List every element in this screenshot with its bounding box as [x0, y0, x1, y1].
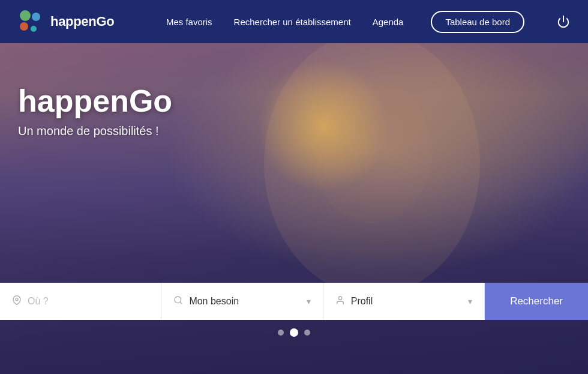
profile-dropdown-arrow: ▾	[468, 297, 472, 306]
profile-label: Profil	[351, 296, 462, 307]
location-icon	[12, 295, 22, 307]
location-placeholder: Où ?	[28, 296, 149, 307]
search-icon	[173, 295, 183, 307]
hero-dots	[278, 330, 310, 337]
hero-title: happenGo	[18, 84, 172, 118]
svg-point-10	[338, 297, 341, 300]
need-field[interactable]: Mon besoin ▾	[161, 283, 323, 320]
dot-2[interactable]	[290, 328, 298, 337]
nav-mes-favoris[interactable]: Mes favoris	[166, 17, 212, 27]
power-icon	[557, 15, 570, 28]
sun-glow	[257, 60, 389, 192]
hero-content: happenGo Un monde de possibilités !	[18, 84, 172, 138]
tableau-de-bord-button[interactable]: Tableau de bord	[431, 11, 524, 33]
nav-rechercher[interactable]: Rechercher un établissement	[234, 17, 351, 27]
nav-agenda[interactable]: Agenda	[373, 17, 404, 27]
svg-point-4	[20, 22, 28, 31]
need-dropdown-arrow: ▾	[307, 297, 311, 306]
navbar-links: Mes favoris Rechercher un établissement …	[166, 11, 570, 33]
profile-icon	[335, 295, 345, 307]
svg-point-5	[31, 26, 37, 32]
navbar: happenGo Mes favoris Rechercher un établ…	[0, 0, 588, 43]
power-button[interactable]	[557, 15, 570, 28]
profile-field[interactable]: Profil ▾	[323, 283, 485, 320]
svg-point-3	[32, 13, 40, 21]
dot-1[interactable]	[278, 330, 284, 336]
svg-point-7	[16, 298, 18, 301]
search-button[interactable]: Rechercher	[485, 283, 588, 320]
dot-3[interactable]	[304, 330, 310, 336]
navbar-logo: happenGo	[18, 8, 114, 35]
need-label: Mon besoin	[189, 296, 300, 307]
location-field[interactable]: Où ?	[0, 283, 161, 320]
logo-icon	[18, 8, 44, 35]
search-bar: Où ? Mon besoin ▾ Profil ▾ Rechercher	[0, 283, 588, 320]
logo-text: happenGo	[50, 14, 114, 29]
svg-line-9	[180, 302, 182, 304]
svg-point-2	[20, 10, 31, 21]
hero-subtitle: Un monde de possibilités !	[18, 124, 172, 138]
